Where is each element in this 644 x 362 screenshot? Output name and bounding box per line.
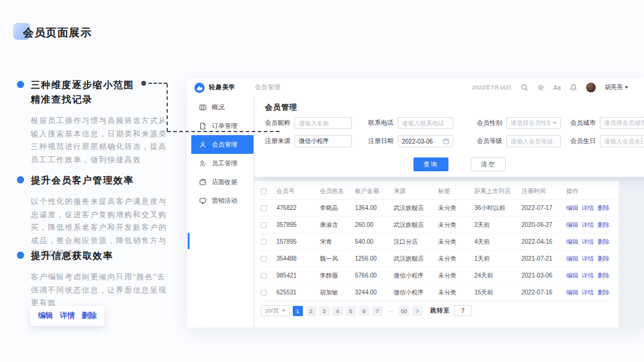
filter-card: 会员管理 会员昵称 联系电话 会员性别 请选择会员性别 [255, 97, 644, 177]
birthday-input[interactable] [600, 135, 644, 147]
staff-icon [199, 160, 206, 167]
detail-link[interactable]: 详情 [582, 204, 594, 212]
detail-link[interactable]: 详情 [582, 238, 594, 246]
edit-link[interactable]: 编辑 [566, 238, 578, 246]
detail-link[interactable]: 详情 [60, 311, 75, 321]
row-checkbox[interactable] [261, 273, 267, 279]
field-label: 会员性别 [477, 119, 502, 127]
sidebar-item-label: 员工管理 [212, 159, 237, 168]
section-body: 根据员工操作习惯与高频筛选方式从输入搜索基本信息，日期类和来源类三种规范进行层层… [31, 115, 173, 167]
col-header: 注册时间 [521, 187, 566, 195]
jump-page-input[interactable] [454, 305, 472, 316]
sidebar-item-label: 营销活动 [212, 197, 237, 205]
register-time: 2022-07-16 [521, 289, 566, 296]
select-placeholder: 请选择会员性别 [511, 119, 550, 127]
delete-link[interactable]: 删除 [81, 311, 97, 321]
section-search-dimensions: 三种维度逐步缩小范围 精准查找记录 根据员工操作习惯与高频筛选方式从输入搜索基本… [17, 78, 173, 167]
detail-link[interactable]: 详情 [582, 288, 594, 297]
page-button-1[interactable]: 1 [293, 306, 303, 316]
register-time: 2022-04-16 [521, 238, 566, 245]
edit-link[interactable]: 编辑 [566, 272, 578, 280]
table-header-row: 会员号 会员姓名 账户金额 来源 标签 距离上次到店 注册时间 操作 [261, 183, 613, 200]
col-header: 会员姓名 [320, 187, 355, 195]
delete-link[interactable]: 删除 [598, 255, 610, 263]
delete-link[interactable]: 删除 [598, 221, 610, 229]
page-button-5[interactable]: 5 [346, 306, 356, 316]
row-checkbox[interactable] [261, 290, 267, 296]
connector-line [148, 83, 167, 84]
page-size-value: 20/页 [265, 307, 279, 315]
field-label: 注册日期 [368, 137, 394, 145]
level-input[interactable] [506, 135, 561, 147]
detail-link[interactable]: 详情 [582, 272, 594, 280]
row-checkbox[interactable] [261, 256, 267, 262]
row-checkbox[interactable] [261, 205, 267, 211]
search-icon[interactable] [521, 84, 528, 91]
page-button-4[interactable]: 4 [333, 306, 343, 316]
edit-link[interactable]: 编辑 [566, 221, 578, 229]
chevron-down-icon [282, 310, 285, 312]
row-checkbox[interactable] [261, 222, 267, 228]
edit-link[interactable]: 编辑 [566, 288, 578, 297]
col-header: 操作 [566, 187, 581, 195]
connector-dot [141, 81, 146, 86]
page-button-50[interactable]: 50 [399, 306, 409, 316]
sidebar-item-members[interactable]: 会员管理 [191, 135, 253, 154]
sidebar-item-label: 会员管理 [212, 141, 237, 149]
user-menu[interactable]: 胡亮亮 [605, 83, 628, 92]
delete-link[interactable]: 删除 [598, 238, 610, 246]
theme-sun-icon[interactable] [537, 84, 544, 91]
font-size-toggle[interactable]: Aa [553, 84, 561, 91]
page-button-2[interactable]: 2 [306, 306, 316, 316]
city-select[interactable]: 请选择会员城市 [600, 117, 644, 129]
member-source: 武汉旗舰店 [394, 204, 438, 212]
delete-link[interactable]: 删除 [598, 288, 610, 297]
phone-input[interactable] [398, 117, 453, 129]
row-checkbox[interactable] [261, 239, 267, 245]
field-gender: 会员性别 请选择会员性别 [477, 117, 561, 129]
sidebar-item-receipts[interactable]: 店面收据 [187, 173, 253, 191]
delete-link[interactable]: 删除 [598, 204, 610, 212]
gender-select[interactable]: 请选择会员性别 [506, 117, 561, 129]
next-page-button[interactable] [412, 306, 422, 316]
edit-link[interactable]: 编辑 [566, 255, 578, 263]
clear-button[interactable]: 清空 [471, 157, 506, 171]
detail-link[interactable]: 详情 [582, 221, 594, 229]
page-button-7[interactable]: 7 [372, 306, 383, 316]
member-tag: 未分类 [438, 238, 474, 246]
sidebar-item-overview[interactable]: 概况 [187, 98, 253, 116]
orders-icon [199, 122, 206, 130]
field-label: 会员生日 [570, 137, 596, 145]
detail-link[interactable]: 详情 [582, 255, 594, 263]
edit-link[interactable]: 编辑 [566, 204, 578, 212]
field-city: 会员城市 请选择会员城市 [570, 117, 644, 129]
source-input[interactable]: 微信小程序 [295, 135, 352, 147]
app-content: 会员管理 会员昵称 联系电话 会员性别 请选择会员性别 [253, 97, 644, 328]
member-source: 微信小程序 [394, 288, 438, 297]
select-all-checkbox[interactable] [261, 188, 267, 194]
user-avatar[interactable] [586, 83, 596, 92]
field-level: 会员等级 [477, 135, 561, 147]
query-button[interactable]: 查询 [413, 157, 448, 171]
page-button-6[interactable]: 6 [359, 306, 369, 316]
last-visit: 24天前 [474, 272, 521, 280]
edit-link[interactable]: 编辑 [38, 311, 53, 321]
page-button-3[interactable]: 3 [319, 306, 330, 316]
bell-icon[interactable] [570, 84, 577, 91]
source-value: 微信小程序 [299, 137, 348, 145]
sidebar-item-staff[interactable]: 员工管理 [187, 154, 253, 173]
sidebar-item-marketing[interactable]: 营销活动 [187, 191, 253, 210]
nickname-input[interactable] [295, 117, 352, 129]
sidebar-item-label: 订单管理 [212, 122, 237, 130]
page-size-select[interactable]: 20/页 [261, 305, 290, 316]
chevron-down-icon [625, 86, 628, 89]
member-source: 武汉旗舰店 [394, 255, 438, 263]
member-id: 354488 [276, 255, 320, 262]
reg-date-picker[interactable]: 2022-03-06 [398, 135, 453, 147]
last-visit: 36小时以前 [474, 204, 521, 212]
account-amount: 1364.00 [355, 205, 394, 211]
brand-name: 轻趣美学 [209, 83, 235, 92]
sidebar-item-orders[interactable]: 订单管理 [187, 116, 253, 135]
member-source: 微信小程序 [394, 272, 438, 280]
delete-link[interactable]: 删除 [598, 272, 610, 280]
